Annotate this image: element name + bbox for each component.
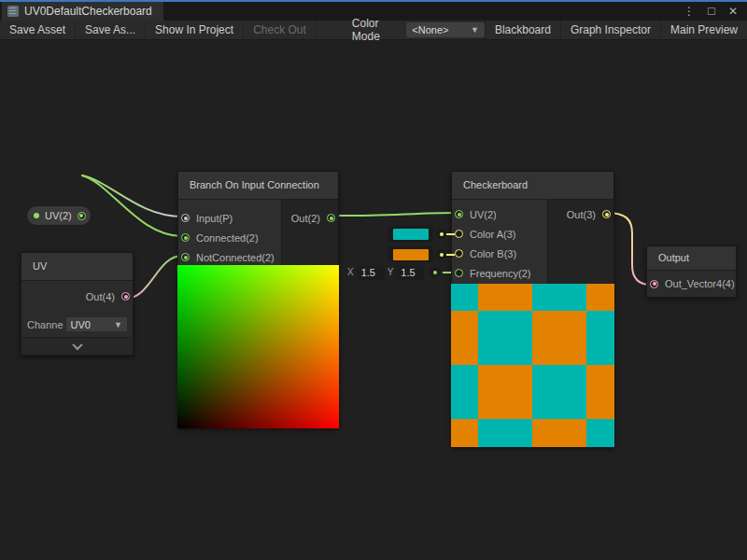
- uv-node-title: UV: [21, 253, 133, 281]
- port-row-frequency: Frequency(2): [452, 263, 547, 283]
- channel-row: Channe UV0 ▼: [21, 312, 133, 337]
- color-a-swatch[interactable]: [393, 229, 429, 240]
- channel-label: Channe: [27, 319, 63, 330]
- branch-node[interactable]: Branch On Input Connection Input(P) Conn…: [177, 171, 339, 428]
- chevron-down-icon: ▼: [114, 320, 122, 329]
- out-vector4-label: Out_Vector4(4): [665, 278, 735, 289]
- channel-dropdown[interactable]: UV0 ▼: [65, 316, 128, 332]
- port-row-notconnected: NotConnected(2): [178, 247, 281, 267]
- uv-pill-node[interactable]: UV(2): [26, 205, 92, 226]
- frequency-port[interactable]: [455, 269, 463, 277]
- collapse-chevron-icon: [72, 340, 82, 350]
- uv-node-collapse-footer[interactable]: [21, 337, 133, 355]
- input-p-label: Input(P): [196, 213, 233, 224]
- uv-label: UV(2): [470, 209, 497, 220]
- color-b-widget: [388, 246, 455, 262]
- port-row-connected: Connected(2): [178, 228, 281, 247]
- out3-port[interactable]: [602, 210, 611, 218]
- uv-pill-label: UV(2): [45, 210, 72, 221]
- out4-label: Out(4): [86, 291, 115, 302]
- branch-uv-gradient-preview: [177, 265, 339, 428]
- frequency-x-input[interactable]: [357, 265, 385, 280]
- color-b-port[interactable]: [455, 249, 463, 258]
- port-row-out2: Out(2): [282, 208, 338, 228]
- checkerboard-input-column: UV(2) Color A(3) Color B(3) Frequency(2): [452, 200, 547, 284]
- checkerboard-node[interactable]: Checkerboard UV(2) Color A(3) Color B(3): [451, 171, 614, 447]
- frequency-stub-wire: [443, 272, 451, 273]
- graph-canvas[interactable]: UV(2) Branch On Input Connection Input(P…: [0, 40, 747, 560]
- frequency-y-input[interactable]: [396, 265, 424, 280]
- out4-port[interactable]: [121, 292, 130, 301]
- wire-uvout-to-notconnected[interactable]: [125, 256, 182, 299]
- color-b-field[interactable]: [388, 246, 433, 262]
- out3-label: Out(3): [567, 209, 596, 220]
- port-row-input: Input(P): [178, 208, 281, 228]
- wire-branch-to-checkerboard[interactable]: [332, 213, 456, 216]
- port-row-out4: Out(4): [21, 281, 133, 312]
- frequency-connector-dot: [430, 267, 440, 277]
- branch-output-column: Out(2): [281, 200, 338, 265]
- frequency-label: Frequency(2): [470, 268, 530, 279]
- frequency-y-label: Y: [388, 267, 394, 277]
- checkerboard-output-column: Out(3): [547, 200, 613, 284]
- output-node-title: Output: [647, 246, 736, 271]
- out2-port[interactable]: [327, 214, 335, 222]
- port-row-color-b: Color B(3): [452, 244, 547, 263]
- color-b-swatch[interactable]: [393, 249, 429, 260]
- frequency-x-label: X: [347, 267, 354, 277]
- color-a-field[interactable]: [388, 226, 433, 242]
- input-p-port[interactable]: [181, 214, 190, 222]
- green-dot-icon: [34, 213, 39, 218]
- wire-uvpill-to-input[interactable]: [82, 175, 182, 217]
- port-row-color-a: Color A(3): [452, 224, 547, 244]
- output-node[interactable]: Output Out_Vector4(4): [646, 245, 737, 298]
- color-a-port[interactable]: [455, 230, 463, 238]
- frequency-widget: X Y: [347, 264, 451, 280]
- notconnected-port[interactable]: [181, 253, 190, 261]
- port-row-out-vector4: Out_Vector4(4): [647, 271, 736, 297]
- notconnected-label: NotConnected(2): [196, 252, 275, 263]
- uv-node[interactable]: UV Out(4) Channe UV0 ▼: [21, 252, 134, 356]
- connected-port[interactable]: [181, 233, 190, 242]
- branch-input-column: Input(P) Connected(2) NotConnected(2): [178, 200, 281, 265]
- color-a-connector-dot: [436, 229, 446, 239]
- wire-uvpill-to-connected[interactable]: [82, 175, 182, 236]
- connected-label: Connected(2): [196, 232, 259, 244]
- checkerboard-node-title: Checkerboard: [452, 172, 613, 200]
- channel-value: UV0: [71, 319, 91, 330]
- uv-pill-out-port[interactable]: [78, 212, 86, 220]
- color-a-widget: [388, 226, 455, 242]
- out-vector4-port[interactable]: [650, 280, 658, 288]
- branch-node-title: Branch On Input Connection: [178, 172, 338, 200]
- color-a-label: Color A(3): [470, 229, 516, 240]
- port-row-out3: Out(3): [548, 204, 613, 224]
- color-b-connector-dot: [436, 249, 446, 259]
- checkerboard-preview: [451, 284, 614, 447]
- color-b-label: Color B(3): [470, 248, 516, 259]
- port-row-uv: UV(2): [452, 204, 547, 224]
- uv-port[interactable]: [455, 210, 463, 218]
- color-a-stub-wire: [446, 233, 455, 235]
- color-b-stub-wire: [446, 254, 455, 256]
- out2-label: Out(2): [291, 213, 320, 224]
